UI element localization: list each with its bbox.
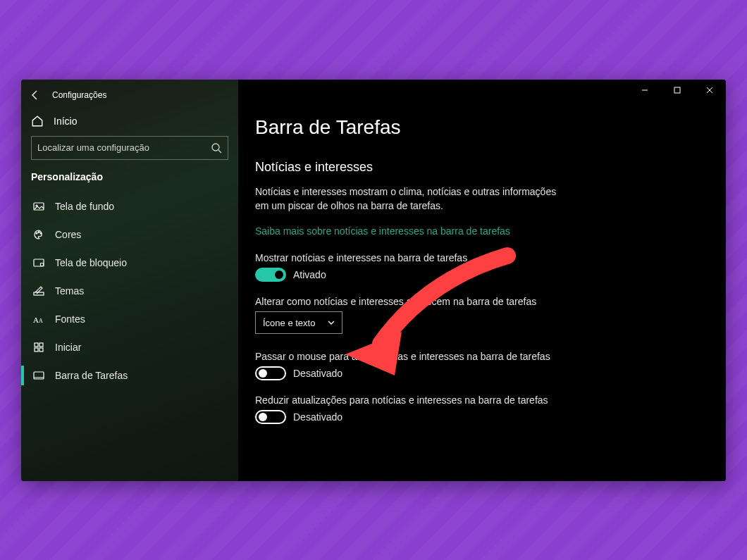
grid-icon — [32, 341, 45, 354]
search-box[interactable] — [31, 136, 228, 160]
back-arrow-icon[interactable] — [30, 89, 41, 101]
toggle-state-text: Desativado — [293, 368, 342, 379]
sidebar: Configurações Início Personalização Tela… — [21, 80, 238, 481]
svg-point-5 — [40, 232, 42, 234]
close-button[interactable] — [693, 80, 726, 101]
maximize-button[interactable] — [661, 80, 693, 101]
section-heading: Notícias e interesses — [255, 160, 709, 185]
svg-rect-18 — [674, 87, 680, 93]
sidebar-item-taskbar[interactable]: Barra de Tarefas — [21, 361, 238, 390]
toggle-state-text: Desativado — [293, 411, 342, 423]
sidebar-item-label: Iniciar — [55, 342, 81, 353]
section-description: Notícias e interesses mostram o clima, n… — [255, 185, 558, 213]
learn-more-link[interactable]: Saiba mais sobre notícias e interesses n… — [255, 225, 709, 237]
settings-window: Configurações Início Personalização Tela… — [21, 80, 726, 481]
toggle-row-hover: Desativado — [255, 366, 709, 380]
sidebar-item-start[interactable]: Iniciar — [21, 333, 238, 361]
toggle-reduce-updates[interactable] — [255, 410, 286, 424]
svg-point-4 — [38, 231, 39, 232]
font-icon: AA — [32, 313, 45, 325]
svg-rect-13 — [35, 348, 38, 351]
svg-text:A: A — [33, 316, 39, 324]
svg-rect-14 — [39, 348, 43, 351]
lockscreen-icon — [32, 256, 45, 269]
search-input[interactable] — [37, 142, 211, 153]
sidebar-item-label: Barra de Tarefas — [55, 370, 128, 381]
sidebar-item-lockscreen[interactable]: Tela de bloqueio — [21, 249, 238, 277]
toggle-hover[interactable] — [255, 366, 286, 380]
chevron-down-icon — [328, 318, 335, 328]
sidebar-section-title: Personalização — [21, 168, 238, 192]
sidebar-item-fonts[interactable]: AA Fontes — [21, 305, 238, 333]
svg-point-3 — [36, 232, 37, 234]
setting-label-reduce-updates: Reduzir atualizações para notícias e int… — [255, 394, 709, 406]
sidebar-item-colors[interactable]: Cores — [21, 220, 238, 249]
sidebar-item-label: Tela de bloqueio — [55, 257, 127, 268]
home-icon — [31, 115, 44, 127]
window-controls — [629, 80, 726, 101]
sidebar-item-label: Fontes — [55, 313, 85, 325]
svg-rect-12 — [39, 343, 43, 347]
svg-rect-11 — [35, 343, 38, 347]
svg-text:A: A — [39, 318, 43, 324]
image-icon — [32, 200, 45, 213]
select-value: Ícone e texto — [263, 318, 315, 328]
setting-label-appearance: Alterar como notícias e interesses apare… — [255, 296, 709, 307]
palette-icon — [32, 228, 45, 241]
main-panel: Barra de Tarefas Notícias e interesses N… — [238, 80, 726, 481]
toggle-row-show-news: Ativado — [255, 268, 709, 282]
sidebar-home[interactable]: Início — [21, 108, 238, 135]
svg-rect-8 — [34, 292, 44, 295]
sidebar-home-label: Início — [54, 116, 77, 127]
taskbar-icon — [32, 369, 45, 382]
svg-rect-7 — [41, 263, 44, 266]
svg-point-0 — [212, 144, 219, 151]
sidebar-item-background[interactable]: Tela de fundo — [21, 192, 238, 220]
sidebar-item-label: Cores — [55, 229, 81, 240]
sidebar-item-themes[interactable]: Temas — [21, 277, 238, 305]
toggle-row-reduce-updates: Desativado — [255, 410, 709, 424]
toggle-show-news[interactable] — [255, 268, 286, 282]
sidebar-nav: Tela de fundo Cores Tela de bloqueio Tem… — [21, 192, 238, 390]
toggle-state-text: Ativado — [293, 269, 326, 280]
sidebar-item-label: Temas — [55, 285, 84, 297]
setting-label-show-news: Mostrar notícias e interesses na barra d… — [255, 252, 709, 263]
app-title: Configurações — [52, 90, 106, 100]
setting-label-hover: Passar o mouse para abrir notícias e int… — [255, 351, 709, 362]
select-appearance[interactable]: Ícone e texto — [255, 311, 342, 334]
minimize-button[interactable] — [629, 80, 661, 101]
search-icon — [211, 142, 222, 154]
titlebar: Configurações — [21, 85, 238, 108]
pencil-icon — [32, 285, 45, 297]
sidebar-item-label: Tela de fundo — [55, 201, 114, 212]
